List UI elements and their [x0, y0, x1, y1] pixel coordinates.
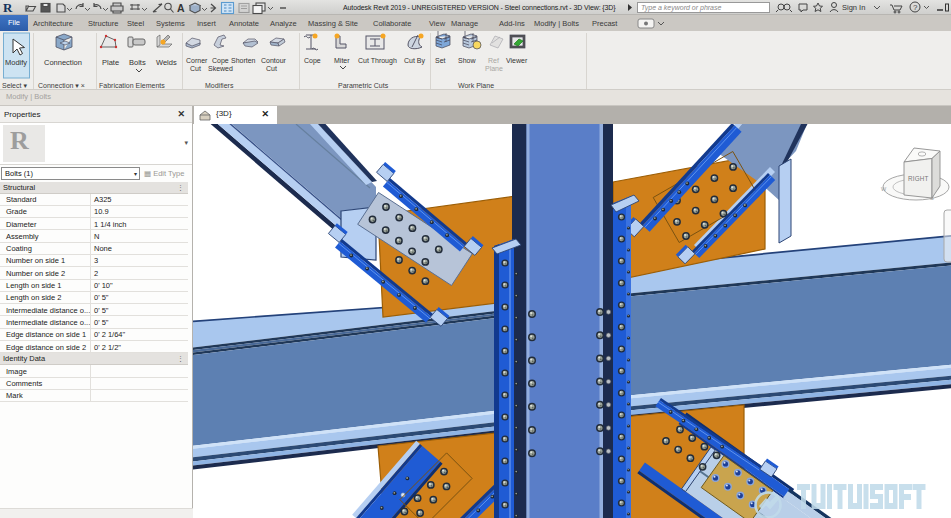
- svg-text:Cut By: Cut By: [404, 57, 426, 65]
- svg-text:Miter: Miter: [334, 57, 350, 64]
- svg-text:?: ?: [913, 3, 918, 12]
- svg-text:Connection: Connection: [44, 58, 82, 67]
- svg-text:Contour: Contour: [261, 57, 287, 64]
- svg-text:Modify: Modify: [5, 58, 27, 67]
- svg-text:Welds: Welds: [156, 58, 177, 67]
- svg-text:W: W: [881, 186, 887, 192]
- svg-text:RIGHT: RIGHT: [908, 175, 929, 182]
- svg-text:Corner: Corner: [186, 57, 208, 64]
- svg-text:Skewed: Skewed: [208, 65, 233, 72]
- svg-text:Plate: Plate: [102, 58, 119, 67]
- svg-text:R: R: [3, 0, 13, 15]
- svg-text:Plane: Plane: [485, 65, 503, 72]
- svg-text:A: A: [177, 2, 185, 14]
- svg-text:Viewer: Viewer: [506, 57, 528, 64]
- svg-text:Cut: Cut: [190, 65, 201, 72]
- svg-text:Set: Set: [435, 57, 446, 64]
- svg-text:Cope: Cope: [304, 57, 321, 65]
- svg-text:Shorten: Shorten: [231, 57, 256, 64]
- svg-text:Cope: Cope: [212, 57, 229, 65]
- svg-text:Cut Through: Cut Through: [358, 57, 397, 65]
- svg-text:Ref: Ref: [488, 57, 499, 64]
- svg-text:Show: Show: [458, 57, 476, 64]
- svg-text:Sign In: Sign In: [842, 3, 865, 12]
- svg-text:Cut: Cut: [266, 65, 277, 72]
- svg-text:Bolts: Bolts: [129, 58, 146, 67]
